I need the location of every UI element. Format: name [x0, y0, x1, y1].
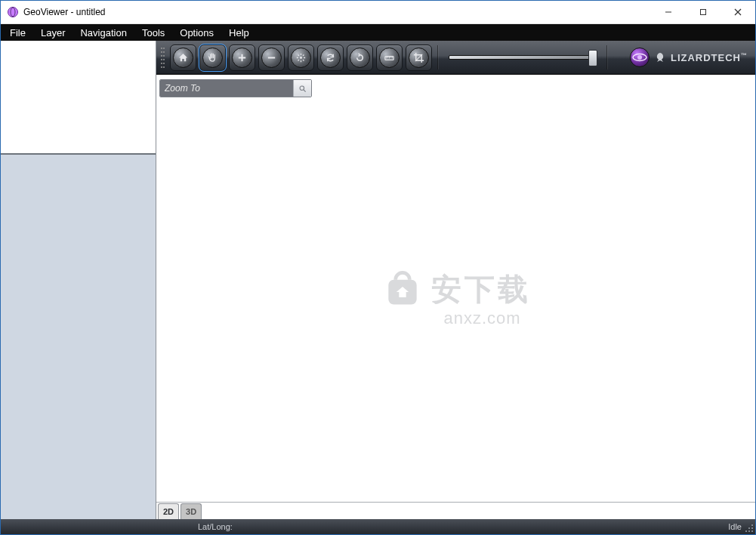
tab-3d[interactable]: 3D [181, 503, 202, 519]
view-tabs: 2D 3D [156, 502, 755, 519]
svg-point-9 [300, 57, 302, 59]
measure-icon [379, 48, 400, 68]
menu-navigation[interactable]: Navigation [73, 24, 134, 41]
svg-point-24 [748, 527, 750, 529]
window-controls [651, 1, 755, 23]
svg-line-20 [304, 89, 306, 91]
svg-rect-3 [701, 10, 706, 15]
map-canvas[interactable]: 安下载 anxz.com [156, 100, 755, 502]
menubar: File Layer Navigation Tools Options Help [1, 24, 755, 41]
zoom-slider[interactable] [444, 45, 601, 70]
svg-rect-21 [388, 280, 416, 305]
body: LIZARDTECH™ [1, 41, 755, 519]
refresh-button[interactable] [317, 45, 344, 71]
pan-icon [202, 48, 223, 68]
menu-options[interactable]: Options [172, 24, 221, 41]
pan-button[interactable] [199, 45, 226, 71]
measure-button[interactable] [376, 45, 403, 71]
content-toolbar [156, 75, 755, 100]
svg-point-27 [745, 530, 747, 532]
zoom-in-button[interactable] [229, 45, 255, 71]
app-window: GeoViewer - untitled File Layer Navigati… [0, 0, 756, 535]
brand-text: LIZARDTECH™ [671, 52, 748, 63]
status-latlong: Lat/Long: [156, 522, 722, 531]
zoom-to-search [159, 79, 312, 97]
home-button[interactable] [170, 45, 196, 71]
watermark-text: 安下载 [431, 269, 531, 310]
sidebar [1, 41, 156, 519]
titlebar: GeoViewer - untitled [1, 1, 755, 24]
menu-file[interactable]: File [2, 24, 33, 41]
svg-point-25 [751, 530, 753, 532]
bag-icon [381, 267, 424, 312]
rotate-icon [350, 48, 370, 68]
menu-help[interactable]: Help [221, 24, 257, 41]
tab-2d[interactable]: 2D [158, 503, 179, 519]
svg-point-19 [300, 86, 304, 91]
zoom-to-go-button[interactable] [293, 80, 311, 97]
zoom-in-icon [232, 48, 252, 68]
svg-point-22 [751, 524, 753, 526]
window-title: GeoViewer - untitled [23, 7, 651, 17]
content: 安下载 anxz.com 2D 3D [156, 75, 755, 519]
fit-icon [291, 48, 311, 68]
zoom-slider-thumb[interactable] [588, 50, 597, 66]
toolbar-separator [437, 45, 439, 69]
zoom-slider-track [449, 55, 597, 60]
svg-point-23 [751, 527, 753, 529]
layers-panel [1, 155, 156, 519]
toolbar-separator [606, 45, 608, 69]
resize-grip[interactable] [745, 524, 754, 533]
fit-button[interactable] [288, 45, 314, 71]
menu-tools[interactable]: Tools [134, 24, 172, 41]
main: LIZARDTECH™ [156, 41, 755, 519]
menu-layer[interactable]: Layer [33, 24, 73, 41]
watermark: 安下载 anxz.com [381, 267, 531, 328]
search-icon [298, 85, 307, 93]
zoom-out-button[interactable] [258, 45, 285, 71]
sync-icon [320, 48, 341, 68]
toolbar: LIZARDTECH™ [156, 41, 755, 75]
rotate-button[interactable] [347, 45, 373, 71]
home-icon [173, 48, 193, 68]
toolbar-grip[interactable] [161, 46, 165, 69]
minimize-button[interactable] [651, 1, 686, 23]
svg-point-26 [748, 530, 750, 532]
zoom-out-icon [261, 48, 282, 68]
svg-point-0 [8, 8, 18, 17]
overview-panel [1, 41, 156, 155]
crop-icon [409, 48, 429, 68]
watermark-url: anxz.com [434, 309, 531, 328]
zoom-to-input[interactable] [160, 80, 293, 97]
brand-mark-icon [654, 51, 666, 63]
brand-logo-icon [630, 48, 650, 67]
app-icon [7, 6, 19, 18]
close-button[interactable] [721, 1, 755, 23]
brand: LIZARDTECH™ [630, 48, 752, 67]
svg-point-18 [637, 55, 642, 60]
crop-button[interactable] [406, 45, 432, 71]
statusbar: Lat/Long: Idle [1, 519, 755, 534]
maximize-button[interactable] [686, 1, 721, 23]
